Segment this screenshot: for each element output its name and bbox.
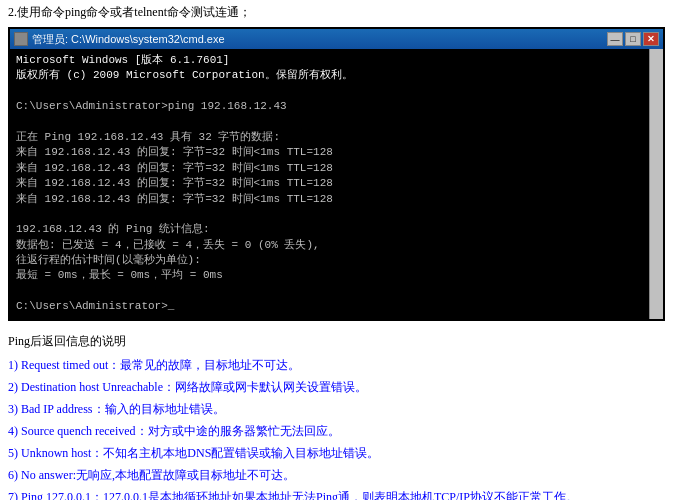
cmd-title: 管理员: C:\Windows\system32\cmd.exe	[32, 32, 225, 47]
ping-info-item: 3) Bad IP address：输入的目标地址错误。	[8, 398, 665, 420]
ping-info-item: 5) Unknown host：不知名主机本地DNS配置错误或输入目标地址错误。	[8, 442, 665, 464]
minimize-button[interactable]: —	[607, 32, 623, 46]
top-instruction: 2.使用命令ping命令或者telnent命令测试连通；	[0, 0, 673, 27]
cmd-line: 正在 Ping 192.168.12.43 具有 32 字节的数据:	[16, 130, 643, 145]
ping-info-item: 1) Request timed out：最常见的故障，目标地址不可达。	[8, 354, 665, 376]
cmd-window: 管理员: C:\Windows\system32\cmd.exe — □ ✕ M…	[8, 27, 665, 321]
ping-info-item: 4) Source quench received：对方或中途的服务器繁忙无法回…	[8, 420, 665, 442]
ping-info-title: Ping后返回信息的说明	[8, 333, 665, 350]
cmd-line: 来自 192.168.12.43 的回复: 字节=32 时间<1ms TTL=1…	[16, 161, 643, 176]
ping-info-item: 6) No answer:无响应,本地配置故障或目标地址不可达。	[8, 464, 665, 486]
info-section: Ping后返回信息的说明 1) Request timed out：最常见的故障…	[0, 329, 673, 500]
cmd-scrollbar-area: Microsoft Windows [版本 6.1.7601]版权所有 (c) …	[10, 49, 663, 319]
cmd-line: Microsoft Windows [版本 6.1.7601]	[16, 53, 643, 68]
cmd-content: Microsoft Windows [版本 6.1.7601]版权所有 (c) …	[10, 49, 649, 319]
cmd-scrollbar[interactable]	[649, 49, 663, 319]
ping-items-list: 1) Request timed out：最常见的故障，目标地址不可达。2) D…	[8, 354, 665, 500]
titlebar-buttons: — □ ✕	[607, 32, 659, 46]
cmd-line: 数据包: 已发送 = 4，已接收 = 4，丢失 = 0 (0% 丢失),	[16, 238, 643, 253]
close-button[interactable]: ✕	[643, 32, 659, 46]
cmd-line: 往返行程的估计时间(以毫秒为单位):	[16, 253, 643, 268]
titlebar-left: 管理员: C:\Windows\system32\cmd.exe	[14, 32, 225, 47]
cmd-line: 192.168.12.43 的 Ping 统计信息:	[16, 222, 643, 237]
ping-info-item: 7) Ping 127.0.0.1：127.0.0.1是本地循环地址如果本地址无…	[8, 486, 665, 500]
cmd-titlebar: 管理员: C:\Windows\system32\cmd.exe — □ ✕	[10, 29, 663, 49]
cmd-line	[16, 84, 643, 99]
cmd-line: 来自 192.168.12.43 的回复: 字节=32 时间<1ms TTL=1…	[16, 192, 643, 207]
cmd-line: 版权所有 (c) 2009 Microsoft Corporation。保留所有…	[16, 68, 643, 83]
cmd-line: 最短 = 0ms，最长 = 0ms，平均 = 0ms	[16, 268, 643, 283]
cmd-icon	[14, 32, 28, 46]
cmd-line	[16, 284, 643, 299]
cmd-line	[16, 115, 643, 130]
cmd-body: Microsoft Windows [版本 6.1.7601]版权所有 (c) …	[10, 49, 649, 319]
cmd-line: 来自 192.168.12.43 的回复: 字节=32 时间<1ms TTL=1…	[16, 176, 643, 191]
cmd-line: C:\Users\Administrator>_	[16, 299, 643, 314]
cmd-line: C:\Users\Administrator>ping 192.168.12.4…	[16, 99, 643, 114]
maximize-button[interactable]: □	[625, 32, 641, 46]
cmd-line	[16, 207, 643, 222]
ping-info-item: 2) Destination host Unreachable：网络故障或网卡默…	[8, 376, 665, 398]
cmd-line: 来自 192.168.12.43 的回复: 字节=32 时间<1ms TTL=1…	[16, 145, 643, 160]
